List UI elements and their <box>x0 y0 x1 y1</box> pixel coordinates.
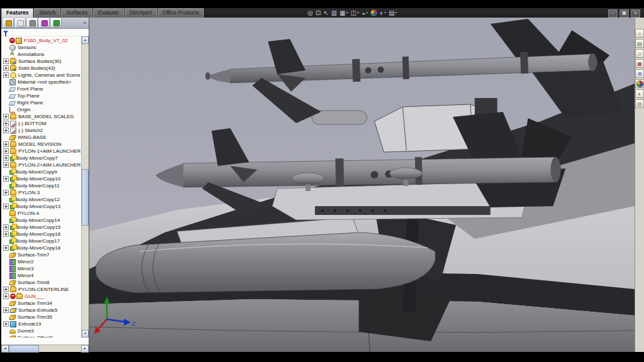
scroll-left-icon[interactable]: ◄ <box>1 345 9 353</box>
tree-item-model-revision[interactable]: MODEL REVISION <box>1 141 82 148</box>
tree-item-mirror2[interactable]: Mirror2 <box>1 258 82 265</box>
tab-surfaces[interactable]: Surfaces <box>61 8 92 18</box>
dropdown-caret-icon[interactable]: ▾ <box>395 9 397 17</box>
palette-add-button[interactable]: ⊞ <box>635 69 644 78</box>
scroll-thumb-h[interactable] <box>9 345 39 353</box>
design-library-button[interactable]: ▤ <box>635 39 644 48</box>
expand-plus-icon[interactable] <box>3 121 9 126</box>
tree-item-surface-extrude5[interactable]: Surface-Extrude5 <box>1 307 82 314</box>
solidworks-resources-button[interactable]: ⌂ <box>635 29 644 38</box>
wrench-button[interactable] <box>27 18 38 28</box>
tree-item-f16d-body-v7-02[interactable]: F16D_Body_V7_02 <box>1 37 82 44</box>
tree-item-annotations[interactable]: Annotations <box>1 51 82 58</box>
tree-item-mirror3[interactable]: Mirror3 <box>1 265 82 272</box>
tree-item-bottom[interactable]: (-) BOTTOM <box>1 120 82 127</box>
tree-item-body-move-copy9[interactable]: Body-Move/Copy9 <box>1 168 82 175</box>
expand-plus-icon[interactable] <box>3 162 9 168</box>
tree-item-body-move-copy17[interactable]: Body-Move/Copy17 <box>1 238 82 244</box>
tree-item-pylon-centerline[interactable]: PYLON-CENTERLINE <box>1 286 82 293</box>
tree-item-body-move-copy14[interactable]: Body-Move/Copy14 <box>1 217 82 224</box>
display-style-icon[interactable]: ◫▾ <box>350 9 358 17</box>
expand-plus-icon[interactable] <box>3 204 9 209</box>
scroll-thumb[interactable] <box>82 169 89 226</box>
tree-item-body-move-copy10[interactable]: Body-Move/Copy10 <box>1 175 82 182</box>
tree-item-surface-offset9[interactable]: Surface-Offset9 <box>1 334 82 337</box>
tree-filter-row[interactable] <box>1 29 89 36</box>
tree-item-front-plane[interactable]: Front Plane <box>1 85 82 92</box>
tree-item-solid-bodies-43[interactable]: Solid Bodies(43) <box>1 65 82 72</box>
tree-item-pylon-4[interactable]: PYLON-4 <box>1 210 82 217</box>
tree-horizontal-scrollbar[interactable]: ◄ ► <box>1 344 89 352</box>
tree-item-body-move-copy12[interactable]: Body-Move/Copy12 <box>1 196 82 203</box>
tree-item-dome3[interactable]: Dome3 <box>1 327 82 334</box>
dropdown-caret-icon[interactable]: ▾ <box>357 9 359 17</box>
minimize-button[interactable]: – <box>608 9 618 18</box>
dropdown-caret-icon[interactable]: ▾ <box>346 9 348 17</box>
expand-plus-icon[interactable] <box>3 114 9 119</box>
tree-item-body-move-copy7[interactable]: Body-Move/Copy7 <box>1 155 82 162</box>
tree-item-wing-base[interactable]: WING-BASE <box>1 134 82 141</box>
image-button[interactable] <box>51 18 62 28</box>
tree-item-sensors[interactable]: Sensors <box>1 44 82 51</box>
scroll-down-icon[interactable]: ▼ <box>82 330 89 337</box>
tree-item-top-plane[interactable]: Top Plane <box>1 92 82 99</box>
tree-item-body-move-copy16[interactable]: Body-Move/Copy16 <box>1 231 82 238</box>
tree-item-base-model-scaled[interactable]: BASE_MODEL SCALED <box>1 113 82 120</box>
custom-properties-button[interactable]: ▨ <box>635 99 644 108</box>
scroll-up-icon[interactable]: ▲ <box>82 36 89 44</box>
tree-item-sketch2[interactable]: (-) Sketch2 <box>1 127 82 134</box>
expand-plus-icon[interactable] <box>3 224 9 230</box>
select-icon[interactable]: ↖ <box>323 9 328 17</box>
expand-plus-icon[interactable] <box>3 293 9 299</box>
tree-item-pylon-3[interactable]: PYLON-3 <box>1 189 82 196</box>
tree-item-pylon-2-aim-launcher-9lm-mi[interactable]: PYLON-2+AIM LAUNCHER +9LM MI <box>1 162 82 168</box>
edit-appearance-icon[interactable] <box>370 9 377 16</box>
dropdown-caret-icon[interactable]: ▾ <box>366 9 368 17</box>
expand-plus-icon[interactable] <box>3 231 9 237</box>
tree-item-body-move-copy15[interactable]: Body-Move/Copy15 <box>1 224 82 231</box>
toolbar-overflow-chevron[interactable]: » <box>84 20 87 26</box>
tree-item-origin[interactable]: Origin <box>1 106 82 113</box>
view-orientation-icon[interactable]: ▦▾ <box>340 9 348 17</box>
restore-button[interactable]: ▣ <box>619 9 629 18</box>
tree-item-body-move-copy13[interactable]: Body-Move/Copy13 <box>1 203 82 210</box>
tree-item-surface-trim35[interactable]: Surface-Trim35 <box>1 314 82 321</box>
tree-item-body-move-copy18[interactable]: Body-Move/Copy18 <box>1 244 82 251</box>
file-explorer-button[interactable]: ▱ <box>635 49 644 58</box>
expand-plus-icon[interactable] <box>3 155 9 161</box>
view-palette-button[interactable]: ▦ <box>635 59 644 68</box>
expand-plus-icon[interactable] <box>3 287 9 292</box>
expand-plus-icon[interactable] <box>3 58 9 64</box>
view-settings-icon[interactable]: ▤▾ <box>389 9 397 17</box>
panels-icon[interactable]: ▥ <box>331 9 337 17</box>
tree-vertical-scrollbar[interactable]: ▲ ▼ <box>81 36 89 337</box>
expand-plus-icon[interactable] <box>3 176 9 182</box>
appearances-button[interactable] <box>635 79 644 88</box>
expand-plus-icon[interactable] <box>3 72 9 78</box>
tree-item-mirror4[interactable]: Mirror4 <box>1 272 82 279</box>
expand-plus-icon[interactable] <box>3 190 9 195</box>
tab-features[interactable]: Features <box>1 8 33 18</box>
filter-icon[interactable] <box>3 31 8 34</box>
tab-office-products[interactable]: Office Products <box>158 8 204 18</box>
antenna-pod[interactable] <box>312 111 367 124</box>
expand-plus-icon[interactable] <box>3 307 9 313</box>
expand-plus-icon[interactable] <box>3 128 9 133</box>
tab-evaluate[interactable]: Evaluate <box>93 8 124 18</box>
tree-item-surface-trim34[interactable]: Surface-Trim34 <box>1 300 82 307</box>
note-button[interactable] <box>15 18 26 28</box>
tab-dimxpert[interactable]: DimXpert <box>125 8 157 18</box>
tree-item-surface-trim7[interactable]: Surface-Trim7 <box>1 251 82 258</box>
tree-item-lights-cameras-and-scene[interactable]: Lights, Cameras and Scene <box>1 72 82 79</box>
expand-plus-icon[interactable] <box>3 148 9 154</box>
graphics-viewport[interactable]: Z <box>89 18 635 352</box>
expand-plus-icon[interactable] <box>3 321 9 327</box>
expand-plus-icon[interactable] <box>3 245 9 251</box>
tree-item-extrude19[interactable]: Extrude19 <box>1 321 82 327</box>
hide-show-items-icon[interactable]: ◒▾ <box>362 9 368 17</box>
dropdown-caret-icon[interactable]: ▾ <box>384 9 386 17</box>
apply-scene-icon[interactable]: ◐▾ <box>380 9 386 17</box>
expand-plus-icon[interactable] <box>3 141 9 147</box>
tree-item-body-move-copy11[interactable]: Body-Move/Copy11 <box>1 182 82 189</box>
close-button[interactable]: × <box>631 9 640 18</box>
